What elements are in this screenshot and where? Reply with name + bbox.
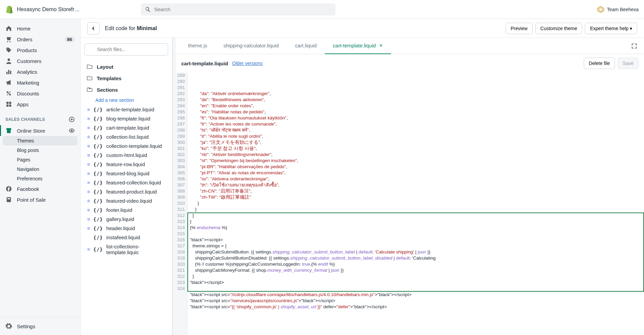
editor-tab[interactable]: cart.liquid: [287, 38, 325, 54]
file-list: {/}article-template.liquid{/}blog-templa…: [85, 105, 168, 257]
modified-dot-icon: [87, 172, 90, 175]
nav-online-store[interactable]: Online Store: [0, 125, 80, 136]
orders-icon: [5, 36, 12, 42]
file-item[interactable]: {/}collection-list.liquid: [85, 132, 168, 141]
view-store-icon[interactable]: [69, 128, 75, 134]
file-item[interactable]: {/}featured-video.liquid: [85, 196, 168, 205]
nav-pages[interactable]: Pages: [0, 155, 80, 164]
file-item[interactable]: {/}header.liquid: [85, 224, 168, 233]
nav-home[interactable]: Home: [0, 23, 80, 34]
code-editor[interactable]: 2892902912922932942952962972982993003013…: [176, 72, 644, 335]
nav-preferences[interactable]: Preferences: [0, 174, 80, 183]
liquid-file-icon: {/}: [93, 171, 103, 176]
file-pane-scrollbar[interactable]: [172, 38, 176, 335]
content-area: Edit code for Minimal Preview Customize …: [80, 19, 644, 335]
file-item[interactable]: {/}custom-html.liquid: [85, 151, 168, 160]
file-name: header.liquid: [106, 225, 135, 231]
apps-icon: [5, 101, 12, 107]
svg-rect-10: [6, 105, 8, 107]
liquid-file-icon: {/}: [93, 235, 103, 240]
file-name: blog-template.liquid: [106, 116, 150, 121]
folder-icon: [87, 75, 93, 81]
file-item[interactable]: {/}featured-blog.liquid: [85, 169, 168, 178]
nav-blog-posts[interactable]: Blog posts: [0, 146, 80, 155]
add-new-section-link[interactable]: Add a new section: [85, 95, 168, 105]
nav-analytics[interactable]: Analytics: [0, 66, 80, 77]
modified-dot-icon: [87, 108, 90, 111]
file-item[interactable]: {/}featured-collection.liquid: [85, 178, 168, 187]
save-button[interactable]: Save: [618, 58, 639, 69]
nav-themes[interactable]: Themes: [3, 136, 77, 146]
file-search-wrap: [85, 43, 168, 55]
nav-discounts[interactable]: Discounts: [0, 88, 80, 99]
global-search-input[interactable]: [141, 3, 336, 16]
sidebar: Home Orders 86 Products Customers Analyt…: [0, 19, 80, 335]
add-channel-icon[interactable]: [69, 116, 75, 122]
nav-navigation[interactable]: Navigation: [0, 164, 80, 174]
folder-open-icon: [87, 87, 93, 93]
code-content[interactable]: "da": "Aktivér ordrebemærkninger", "de":…: [187, 72, 644, 335]
modified-dot-icon: [87, 200, 90, 202]
nav-customers[interactable]: Customers: [0, 55, 80, 66]
gear-icon: [5, 323, 12, 330]
editor-tab[interactable]: shipping-calculator.liquid: [215, 38, 287, 54]
file-item[interactable]: {/}instafeed.liquid: [85, 233, 168, 242]
nav-home-label: Home: [17, 26, 30, 31]
nav-marketing[interactable]: Marketing: [0, 77, 80, 88]
svg-point-7: [9, 94, 11, 95]
expert-help-button[interactable]: Expert theme help ▾: [585, 23, 637, 34]
file-item[interactable]: {/}article-template.liquid: [85, 105, 168, 114]
logo-store-wrap: Hexasync Demo Storefr…: [5, 5, 141, 14]
nav-orders[interactable]: Orders 86: [0, 34, 80, 45]
modified-dot-icon: [87, 154, 90, 157]
file-item[interactable]: {/}blog-template.liquid: [85, 114, 168, 123]
delete-file-button[interactable]: Delete file: [584, 58, 615, 69]
older-versions-link[interactable]: Older versions: [232, 61, 262, 66]
preview-button[interactable]: Preview: [506, 23, 533, 34]
file-item[interactable]: {/}collection-template.liquid: [85, 141, 168, 151]
team-menu[interactable]: Team Beehexa: [597, 6, 639, 13]
folder-sections[interactable]: Sections: [85, 84, 168, 95]
team-label: Team Beehexa: [607, 7, 639, 12]
nav-products[interactable]: Products: [0, 45, 80, 55]
file-item[interactable]: {/}featured-product.liquid: [85, 187, 168, 196]
nav-apps[interactable]: Apps: [0, 99, 80, 110]
nav-pos[interactable]: Point of Sale: [0, 194, 80, 205]
back-button[interactable]: [87, 22, 99, 35]
nav-analytics-label: Analytics: [17, 69, 37, 75]
search-icon: [145, 6, 151, 13]
editor-tab[interactable]: theme.js: [180, 38, 215, 54]
expand-editor-icon[interactable]: [628, 43, 640, 49]
file-item[interactable]: {/}footer.liquid: [85, 205, 168, 215]
liquid-file-icon: {/}: [93, 125, 103, 131]
folder-templates[interactable]: Templates: [85, 72, 168, 84]
discounts-icon: [5, 90, 12, 96]
close-tab-icon[interactable]: ✕: [379, 43, 383, 48]
file-item[interactable]: {/}gallery.liquid: [85, 215, 168, 224]
file-item[interactable]: {/}list-collections-template.liquic: [85, 242, 168, 257]
nav-discounts-label: Discounts: [17, 91, 39, 96]
svg-marker-1: [599, 7, 602, 11]
file-name: list-collections-template.liquic: [106, 244, 168, 255]
file-name: featured-product.liquid: [106, 189, 157, 195]
nav-facebook[interactable]: Facebook: [0, 183, 80, 194]
customers-icon: [5, 58, 12, 64]
modified-dot-icon: [87, 209, 90, 211]
file-name: footer.liquid: [106, 207, 132, 213]
online-store-icon: [5, 128, 12, 134]
file-search-input[interactable]: [85, 43, 168, 55]
products-icon: [5, 47, 12, 53]
file-item[interactable]: {/}feature-row.liquid: [85, 160, 168, 169]
search-wrap: [141, 3, 336, 16]
file-item[interactable]: {/}cart-template.liquid: [85, 123, 168, 132]
nav-orders-label: Orders: [17, 37, 32, 42]
nav-settings[interactable]: Settings: [0, 317, 80, 335]
svg-rect-4: [8, 70, 9, 74]
shopify-logo-icon: [5, 5, 13, 14]
svg-rect-16: [7, 198, 10, 200]
svg-rect-5: [10, 71, 12, 74]
editor-tab[interactable]: cart-template.liquid✕: [325, 38, 391, 54]
folder-layout[interactable]: Layout: [85, 61, 168, 72]
sales-channels-heading: SALES CHANNELS: [0, 110, 80, 125]
customize-theme-button[interactable]: Customize theme: [535, 23, 582, 34]
